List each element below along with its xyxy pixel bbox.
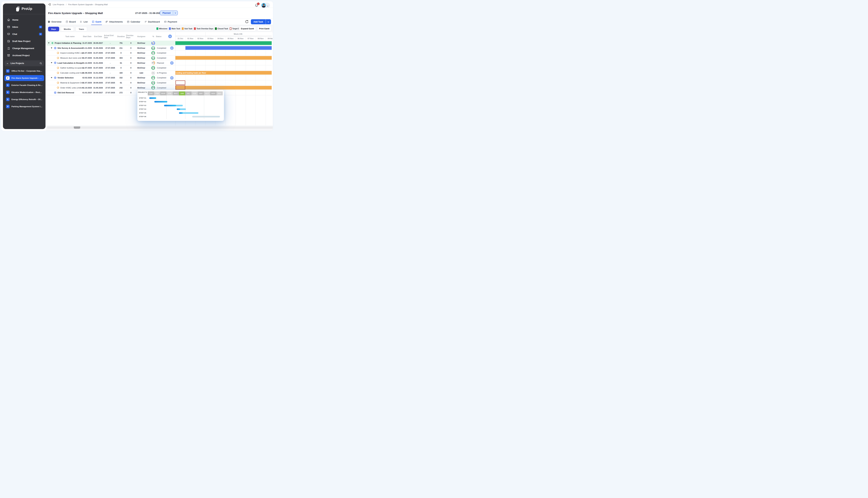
row-expand-caret[interactable] bbox=[51, 62, 52, 63]
legend-swatch bbox=[156, 27, 158, 30]
cell-status: Completed bbox=[157, 45, 169, 51]
print-gantt-button[interactable]: Print Gantt bbox=[257, 26, 271, 31]
row-add-subtask-button[interactable]: + bbox=[170, 76, 174, 80]
gantt-bar[interactable] bbox=[175, 56, 272, 60]
row-expand-caret[interactable] bbox=[51, 48, 52, 49]
sidebar-section-live-projects[interactable]: Live Projects bbox=[4, 60, 44, 66]
project-name: Elevator Modernization – Reside... bbox=[11, 91, 43, 93]
sidebar-project-fire-alarm-system-upgrade-sh-[interactable]: FFire Alarm System Upgrade – Sh... bbox=[4, 75, 44, 81]
task-name[interactable]: Gather building occupancy bbox=[60, 65, 84, 70]
tab-label: Calendar bbox=[130, 21, 140, 23]
task-name[interactable]: Project Initiation & Planning bbox=[55, 41, 84, 45]
cell-end-date: 31-01-2026 bbox=[92, 70, 104, 76]
search-icon[interactable] bbox=[40, 62, 42, 65]
column-header-duration: Duration bbox=[116, 32, 126, 41]
popup-month-aug: AUG bbox=[191, 91, 198, 95]
sidebar-project-elevator-modernization-reside-[interactable]: EElevator Modernization – Reside... bbox=[4, 89, 44, 95]
gantt-bar[interactable] bbox=[175, 86, 272, 90]
task-name[interactable]: Load Calculation & Design Re bbox=[58, 60, 84, 65]
sidebar-item-archived-project[interactable]: Archived Project bbox=[3, 52, 46, 59]
task-name[interactable]: Site Survey & Assessment bbox=[58, 45, 84, 51]
cell-duration: 0 bbox=[116, 65, 126, 70]
logo: ProUp↑ bbox=[3, 3, 46, 14]
tabs-bar: OverviewBoardListGanttAttachmentsCalenda… bbox=[46, 18, 273, 25]
project-status-select[interactable]: Planned bbox=[160, 11, 178, 15]
gantt-bar[interactable]: cooling and heating loads per floor bbox=[175, 71, 272, 75]
add-task-button[interactable]: Add Task bbox=[251, 19, 271, 24]
sidebar-collapse-icon[interactable] bbox=[48, 3, 51, 6]
sidebar-project-exterior-facade-cleaning-repa-[interactable]: EExterior Facade Cleaning & Repa... bbox=[4, 82, 44, 88]
row-add-subtask-button[interactable]: + bbox=[170, 46, 174, 50]
sidebar-item-label: Change Management bbox=[12, 47, 34, 50]
cell-assignee: BinOmar bbox=[136, 75, 147, 80]
scrollbar-thumb[interactable] bbox=[74, 127, 80, 129]
task-name[interactable]: Order HVAC units (chillers, bbox=[60, 85, 84, 90]
sidebar-item-home[interactable]: Home bbox=[3, 16, 46, 23]
sidebar-item-inbox[interactable]: Inbox0 bbox=[3, 23, 46, 30]
task-name[interactable]: Inspect existing HVAC equi bbox=[60, 51, 84, 55]
project-initial-tile: P bbox=[6, 105, 10, 108]
horizontal-scrollbar[interactable] bbox=[47, 127, 273, 129]
tab-board[interactable]: Board bbox=[66, 18, 76, 25]
refresh-icon[interactable] bbox=[245, 20, 249, 24]
add-column-button[interactable]: + bbox=[168, 35, 172, 38]
sub-task-icon bbox=[57, 87, 59, 89]
user-menu[interactable] bbox=[261, 3, 270, 8]
task-name[interactable]: Vendor Selection bbox=[58, 75, 84, 80]
gantt-bar[interactable] bbox=[186, 46, 272, 50]
milestone-icon bbox=[51, 42, 54, 44]
legend-closed-task: Closed Task bbox=[215, 27, 228, 30]
popup-step-label: STEP 01 bbox=[139, 97, 147, 99]
project-date-range: 27-07-2025 - 31-08-2025 bbox=[135, 12, 161, 14]
task-name[interactable]: Material & Equipment Orde bbox=[60, 80, 84, 86]
cell-start-date: 01-11-2025 bbox=[81, 45, 93, 51]
cell-assignee: BinOmar bbox=[136, 80, 147, 86]
sub-task-icon bbox=[57, 57, 59, 59]
row-expand-caret[interactable] bbox=[51, 77, 52, 78]
task-name[interactable]: Measure duct sizes and lay bbox=[60, 55, 84, 61]
sub-task-icon bbox=[57, 67, 59, 69]
progress-ring: 88% bbox=[151, 41, 155, 45]
view-months-button[interactable]: Months bbox=[61, 27, 74, 31]
sidebar-item-draft-new-project[interactable]: Draft New Project bbox=[3, 38, 46, 45]
row-expand-caret[interactable] bbox=[48, 42, 50, 43]
project-initial-tile: F bbox=[6, 76, 10, 80]
cell-overdue-days: 0 bbox=[126, 55, 136, 61]
target-date-box bbox=[176, 80, 185, 85]
legend-label: Closed Task bbox=[218, 28, 228, 30]
tab-payment[interactable]: Payment bbox=[164, 18, 177, 25]
task-row: Calculate cooling and heati01-08-202531-… bbox=[47, 70, 272, 76]
tab-list[interactable]: List bbox=[80, 18, 88, 25]
sidebar-project-office-fit-out-corporate-head-[interactable]: OOffice Fit-Out – Corporate Head... bbox=[4, 68, 44, 74]
expand-gantt-button[interactable]: Expand Gantt bbox=[239, 26, 256, 31]
tab-dashboard[interactable]: Dashboard bbox=[144, 18, 160, 25]
cell-overdue-days: 0 bbox=[126, 90, 136, 95]
cell-actual-end-date: 27-07-2025 bbox=[104, 51, 116, 55]
logo-icon bbox=[16, 6, 20, 11]
tab-attachments[interactable]: Attachments bbox=[105, 18, 123, 25]
gantt-day-06-nov: 06 Nov bbox=[235, 36, 246, 41]
sidebar: ProUp↑ HomeInbox0Chat0Draft New ProjectC… bbox=[3, 3, 46, 129]
view-years-button[interactable]: Years bbox=[76, 27, 87, 31]
tab-gantt[interactable]: Gantt bbox=[92, 18, 101, 25]
sidebar-item-change-management[interactable]: Change Management bbox=[3, 45, 46, 52]
task-name[interactable]: Calculate cooling and heati bbox=[60, 70, 84, 76]
legend-label: Milestone bbox=[159, 28, 167, 30]
tab-overview[interactable]: Overview bbox=[48, 18, 62, 25]
task-name[interactable]: Old Unit Removal bbox=[58, 90, 84, 95]
cell-status: Completed bbox=[157, 65, 169, 70]
legend-label: Main Task bbox=[171, 28, 180, 30]
cell-status: Completed bbox=[157, 80, 169, 86]
sidebar-project-parking-management-system-in-[interactable]: PParking Management System In... bbox=[4, 104, 44, 109]
breadcrumb-section[interactable]: Live Projects bbox=[53, 3, 64, 5]
cell-start-date: 31-07-2025 bbox=[81, 55, 93, 61]
tab-calendar[interactable]: Calendar bbox=[127, 18, 140, 25]
sidebar-project-energy-efficiency-retrofit-off[interactable]: EEnergy Efficiency Retrofit – Offic... bbox=[4, 96, 44, 102]
row-add-subtask-button[interactable]: + bbox=[170, 61, 174, 65]
chevron-down-icon bbox=[267, 4, 269, 6]
view-days-button[interactable]: Days bbox=[48, 27, 59, 31]
sidebar-item-chat[interactable]: Chat0 bbox=[3, 30, 46, 38]
gantt-bar[interactable] bbox=[175, 41, 272, 45]
cell-start-date: 01-12-2025 bbox=[81, 60, 93, 65]
notifications-bell-icon[interactable]: 0 bbox=[255, 3, 258, 7]
